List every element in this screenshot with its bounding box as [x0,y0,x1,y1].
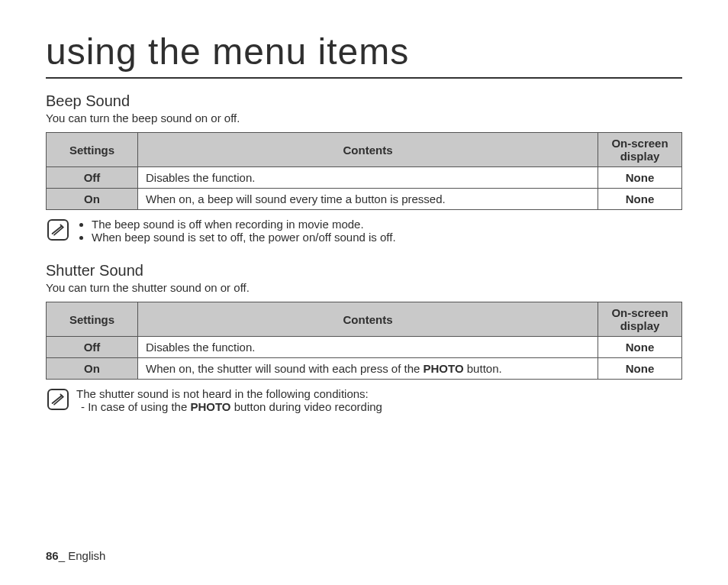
display-cell: None [598,337,682,358]
content-cell: Disables the function. [138,337,598,358]
setting-cell: Off [47,337,138,358]
content-cell: When on, a beep will sound every time a … [138,189,598,210]
display-cell: None [598,189,682,210]
note-line: The beep sound is off when recording in … [92,218,396,231]
note-icon [47,219,69,241]
beep-sound-table: Settings Contents On-screen display Off … [46,132,682,210]
display-cell: None [598,167,682,189]
note-intro: The shutter sound is not heard in the fo… [76,387,382,400]
setting-cell: On [47,358,138,380]
col-display: On-screen display [598,133,682,167]
content-cell: Disables the function. [138,167,598,189]
page-number: 86 [46,549,59,562]
display-cell: None [598,358,682,380]
footer-lang: English [68,549,105,562]
note-line: When beep sound is set to off, the power… [92,231,396,244]
note-item: - In case of using the PHOTO button duri… [76,400,382,413]
col-contents: Contents [138,302,598,337]
col-settings: Settings [47,133,138,167]
col-settings: Settings [47,302,138,337]
note-icon [47,389,69,410]
beep-sound-desc: You can turn the beep sound on or off. [46,112,682,124]
beep-sound-heading: Beep Sound [46,92,682,110]
col-display: On-screen display [598,302,682,337]
table-row: Off Disables the function. None [47,167,682,189]
shutter-sound-heading: Shutter Sound [46,262,682,280]
shutter-sound-table: Settings Contents On-screen display Off … [46,302,682,380]
setting-cell: On [47,189,138,210]
table-row: On When on, a beep will sound every time… [47,189,682,210]
beep-note-block: The beep sound is off when recording in … [46,218,682,244]
content-cell: When on, the shutter will sound with eac… [138,358,598,380]
shutter-sound-desc: You can turn the shutter sound on or off… [46,281,682,294]
shutter-note-block: The shutter sound is not heard in the fo… [46,387,682,413]
table-row: On When on, the shutter will sound with … [47,358,682,380]
table-row: Off Disables the function. None [47,337,682,358]
page-title: using the menu items [46,31,682,79]
page-footer: 86_ English [46,549,105,562]
col-contents: Contents [138,133,598,167]
setting-cell: Off [47,167,138,189]
